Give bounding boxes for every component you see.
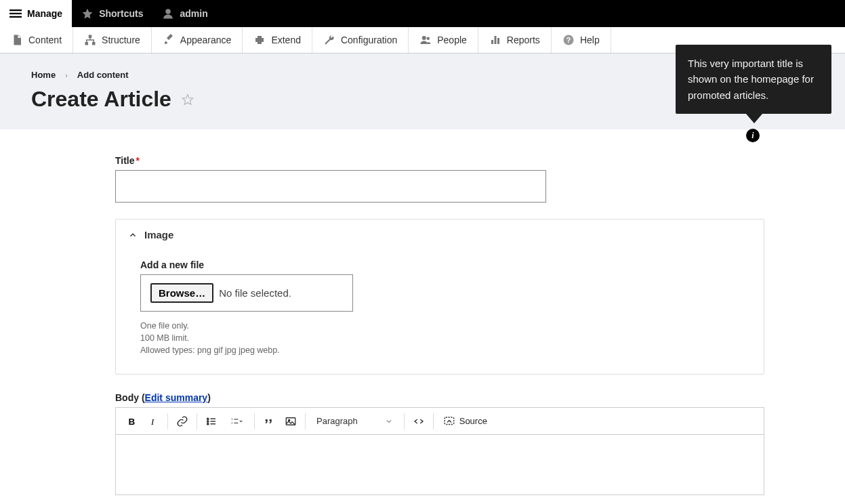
required-marker: * <box>136 155 140 166</box>
numbered-list-button[interactable]: 12 <box>223 411 250 432</box>
svg-text:B: B <box>129 416 136 426</box>
toolbar-reports[interactable]: Reports <box>478 27 552 53</box>
italic-button[interactable]: I <box>143 411 163 432</box>
chevron-up-icon <box>128 230 138 240</box>
svg-rect-10 <box>494 36 496 44</box>
chart-icon <box>489 34 501 46</box>
title-label: Title* <box>115 155 730 166</box>
image-body: Add a new file Browse… No file selected.… <box>116 250 764 374</box>
puzzle-icon <box>253 34 266 46</box>
tooltip-arrow <box>746 114 762 123</box>
svg-rect-9 <box>491 40 493 44</box>
browse-button[interactable]: Browse… <box>150 283 213 303</box>
info-icon[interactable]: i <box>746 129 760 142</box>
svg-point-8 <box>427 37 430 41</box>
hamburger-icon <box>9 7 22 20</box>
toolbar-content[interactable]: Content <box>0 27 73 53</box>
svg-point-3 <box>166 9 171 14</box>
svg-text:?: ? <box>566 36 571 44</box>
document-icon <box>11 34 23 46</box>
star-outline-icon[interactable] <box>181 93 194 106</box>
body-editor[interactable] <box>115 434 764 495</box>
brush-icon <box>163 34 175 46</box>
file-status: No file selected. <box>219 287 291 299</box>
shortcuts-label: Shortcuts <box>99 8 143 19</box>
form-area: This very important title is shown on th… <box>0 129 845 495</box>
svg-rect-1 <box>9 13 22 14</box>
svg-rect-0 <box>9 9 22 11</box>
help-icon: ? <box>562 34 575 46</box>
tooltip-text: This very important title is shown on th… <box>676 45 831 114</box>
edit-summary-link[interactable]: Edit summary <box>145 392 208 403</box>
source-icon <box>443 415 455 427</box>
people-icon <box>419 34 432 46</box>
user-tab[interactable]: admin <box>152 0 217 27</box>
chevron-right-icon: › <box>65 71 68 79</box>
editor-toolbar: B I 12 Paragraph Source <box>115 407 764 434</box>
bold-button[interactable]: B <box>121 411 142 432</box>
manage-tab[interactable]: Manage <box>0 0 72 27</box>
svg-rect-2 <box>9 16 22 18</box>
svg-rect-6 <box>92 42 96 45</box>
page-title: Create Article <box>31 87 171 112</box>
blockquote-button[interactable] <box>259 411 279 432</box>
title-input[interactable] <box>115 170 546 203</box>
user-label: admin <box>180 8 207 19</box>
body-label: Body (Edit summary) <box>115 392 211 403</box>
admin-topbar: Manage Shortcuts admin <box>0 0 845 27</box>
image-summary[interactable]: Image <box>116 219 764 250</box>
star-icon <box>81 7 94 20</box>
svg-rect-11 <box>497 38 499 44</box>
svg-text:1: 1 <box>231 417 233 421</box>
toolbar-extend[interactable]: Extend <box>243 27 312 53</box>
svg-point-18 <box>207 421 209 422</box>
hierarchy-icon <box>84 34 96 46</box>
breadcrumb-add-content[interactable]: Add content <box>77 70 129 80</box>
user-icon <box>162 7 174 20</box>
tooltip: This very important title is shown on th… <box>676 45 831 114</box>
toolbar-help[interactable]: ? Help <box>552 27 611 53</box>
bullet-list-button[interactable] <box>201 411 222 432</box>
add-file-label: Add a new file <box>140 259 739 270</box>
toolbar-structure[interactable]: Structure <box>73 27 152 53</box>
toolbar-configuration[interactable]: Configuration <box>312 27 409 53</box>
svg-point-7 <box>422 36 426 40</box>
chevron-down-icon <box>385 417 393 425</box>
shortcuts-tab[interactable]: Shortcuts <box>72 0 152 27</box>
svg-text:2: 2 <box>231 421 233 425</box>
svg-point-16 <box>207 418 209 419</box>
toolbar-people[interactable]: People <box>409 27 478 53</box>
link-button[interactable] <box>172 411 192 432</box>
toolbar-appearance[interactable]: Appearance <box>152 27 243 53</box>
wrench-icon <box>323 34 335 46</box>
image-details: Image Add a new file Browse… No file sel… <box>115 219 764 375</box>
file-hints: One file only. 100 MB limit. Allowed typ… <box>140 320 739 356</box>
file-input-wrap: Browse… No file selected. <box>140 274 353 312</box>
svg-rect-4 <box>89 35 92 39</box>
manage-label: Manage <box>27 8 62 19</box>
body-field: Body (Edit summary) B I 12 Paragraph Sou <box>115 392 764 495</box>
svg-point-20 <box>207 423 209 425</box>
svg-rect-5 <box>85 42 89 45</box>
breadcrumb-home[interactable]: Home <box>31 70 56 80</box>
svg-text:I: I <box>150 417 154 426</box>
code-button[interactable] <box>409 411 429 432</box>
image-button[interactable] <box>281 411 301 432</box>
source-button[interactable]: Source <box>438 415 493 427</box>
heading-dropdown[interactable]: Paragraph <box>310 411 400 432</box>
